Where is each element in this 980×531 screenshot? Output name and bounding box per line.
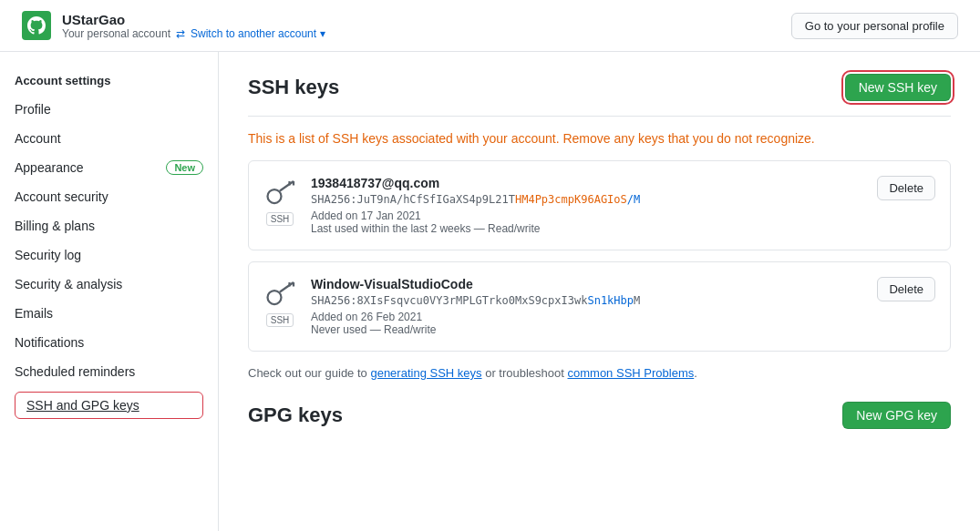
ssh-label-2: SSH [266, 313, 294, 327]
svg-line-1 [280, 181, 294, 191]
ssh-label-1: SSH [266, 212, 294, 226]
key-svg-1 [263, 176, 296, 209]
gpg-section-header: GPG keys New GPG key [248, 402, 951, 429]
sidebar-item-security-analysis[interactable]: Security & analysis [0, 270, 218, 299]
key-details-2: Window-VisualStudioCode SHA256:8XIsFsqvc… [311, 277, 862, 336]
key-hash-1: SHA256:JuT9nA/hCfSfIGaXS4p9L21THM4Pp3cmp… [311, 193, 862, 206]
ssh-key-card-1: SSH 1938418737@qq.com SHA256:JuT9nA/hCfS… [248, 160, 951, 250]
key-added-1: Added on 17 Jan 2021 [311, 209, 862, 222]
ssh-info-text: This is a list of SSH keys associated wi… [248, 131, 951, 146]
sidebar-item-account[interactable]: Account [0, 124, 218, 153]
ssh-title: SSH keys [248, 76, 339, 99]
main-content: SSH keys New SSH key This is a list of S… [219, 52, 980, 531]
key-name-2: Window-VisualStudioCode [311, 277, 862, 291]
key-added-2: Added on 26 Feb 2021 [311, 311, 862, 323]
new-ssh-button[interactable]: New SSH key [845, 74, 951, 101]
svg-point-0 [268, 189, 282, 203]
key-details-1: 1938418737@qq.com SHA256:JuT9nA/hCfSfIGa… [311, 176, 862, 235]
sidebar: Account settings Profile Account Appeara… [0, 52, 219, 531]
ssh-section-header: SSH keys New SSH key [248, 74, 951, 101]
key-svg-2 [263, 277, 296, 310]
switch-account-link[interactable]: Switch to another account ▾ [191, 27, 325, 40]
logo-icon [22, 11, 51, 40]
ssh-problems-link[interactable]: common SSH Problems [568, 366, 695, 380]
key-used-2: Never used — Read/write [311, 323, 862, 336]
sidebar-item-scheduled-reminders[interactable]: Scheduled reminders [0, 357, 218, 386]
switch-icon: ⇄ [176, 27, 185, 40]
sidebar-item-security-log[interactable]: Security log [0, 240, 218, 270]
account-sub: Your personal account ⇄ Switch to anothe… [62, 27, 325, 40]
sidebar-item-profile[interactable]: Profile [0, 95, 218, 124]
sidebar-section-title: Account settings [0, 66, 218, 95]
chevron-down-icon: ▾ [320, 27, 325, 40]
ssh-key-card-2: SSH Window-VisualStudioCode SHA256:8XIsF… [248, 261, 951, 352]
go-profile-button[interactable]: Go to your personal profile [791, 13, 958, 39]
logo-svg [27, 16, 46, 35]
key-icon-wrap-2: SSH [263, 277, 296, 327]
header: UStarGao Your personal account ⇄ Switch … [0, 0, 980, 52]
delete-key-1-button[interactable]: Delete [877, 176, 935, 200]
key-icon-wrap-1: SSH [263, 176, 296, 226]
section-divider-1 [248, 116, 951, 117]
key-icon-2 [263, 277, 296, 310]
svg-point-4 [268, 291, 282, 304]
account-name: UStarGao [62, 12, 325, 27]
key-hash-2: SHA256:8XIsFsqvcu0VY3rMPLGTrko0MxS9cpxI3… [311, 294, 862, 307]
header-left: UStarGao Your personal account ⇄ Switch … [22, 11, 325, 40]
layout: Account settings Profile Account Appeara… [0, 52, 980, 531]
delete-key-2-button[interactable]: Delete [877, 277, 935, 301]
key-action-1: Delete [877, 176, 935, 200]
sidebar-item-appearance[interactable]: Appearance New [0, 153, 218, 182]
sidebar-item-account-security[interactable]: Account security [0, 182, 218, 211]
generating-keys-link[interactable]: generating SSH keys [370, 366, 481, 380]
gpg-title: GPG keys [248, 403, 343, 427]
account-info: UStarGao Your personal account ⇄ Switch … [62, 12, 325, 40]
guide-text: Check out our guide to generating SSH ke… [248, 366, 951, 380]
new-gpg-button[interactable]: New GPG key [842, 402, 951, 429]
new-badge: New [166, 160, 203, 175]
sidebar-item-emails[interactable]: Emails [0, 299, 218, 328]
key-name-1: 1938418737@qq.com [311, 176, 862, 190]
key-used-1: Last used within the last 2 weeks — Read… [311, 222, 862, 235]
sidebar-item-ssh-gpg[interactable]: SSH and GPG keys [15, 392, 203, 419]
key-action-2: Delete [877, 277, 935, 301]
sidebar-item-notifications[interactable]: Notifications [0, 328, 218, 357]
sidebar-item-billing[interactable]: Billing & plans [0, 211, 218, 240]
key-icon-1 [263, 176, 296, 209]
svg-line-5 [280, 282, 294, 292]
